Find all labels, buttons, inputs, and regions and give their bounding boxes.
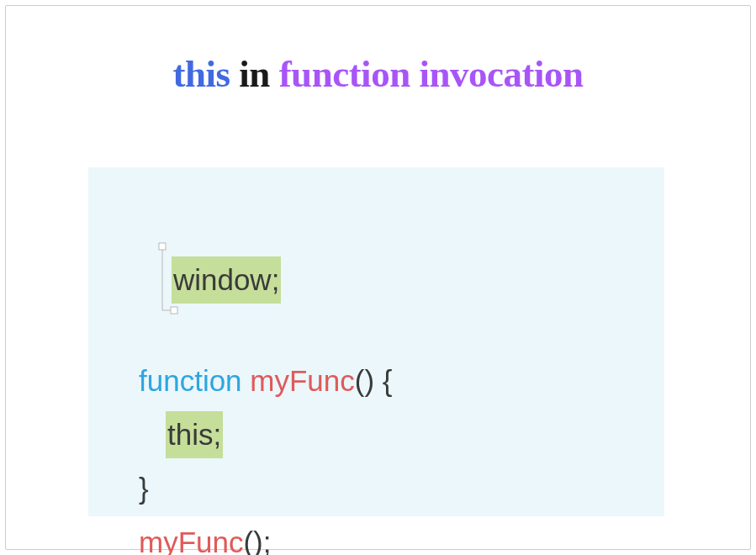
code-line-1: window; bbox=[139, 209, 614, 351]
call-name: myFunc bbox=[139, 526, 243, 555]
function-name: myFunc bbox=[250, 364, 354, 397]
highlight-this: this; bbox=[166, 411, 223, 458]
call-parens: (); bbox=[243, 526, 271, 555]
open-paren-brace: () { bbox=[355, 364, 393, 397]
title-word-in: in bbox=[239, 53, 270, 95]
slide-title: this in function invocation bbox=[0, 52, 756, 96]
code-block: window; function myFunc() { this; } myFu… bbox=[88, 167, 664, 516]
title-word-this: this bbox=[173, 53, 230, 95]
code-line-3: this; bbox=[139, 411, 614, 458]
title-word-function-invocation: function invocation bbox=[279, 53, 584, 95]
highlight-window: window; bbox=[172, 256, 281, 304]
code-line-5: myFunc(); bbox=[139, 519, 614, 555]
close-brace: } bbox=[139, 472, 149, 505]
code-line-2: function myFunc() { bbox=[139, 357, 614, 404]
keyword-function: function bbox=[139, 364, 242, 397]
code-line-4: } bbox=[139, 465, 614, 512]
